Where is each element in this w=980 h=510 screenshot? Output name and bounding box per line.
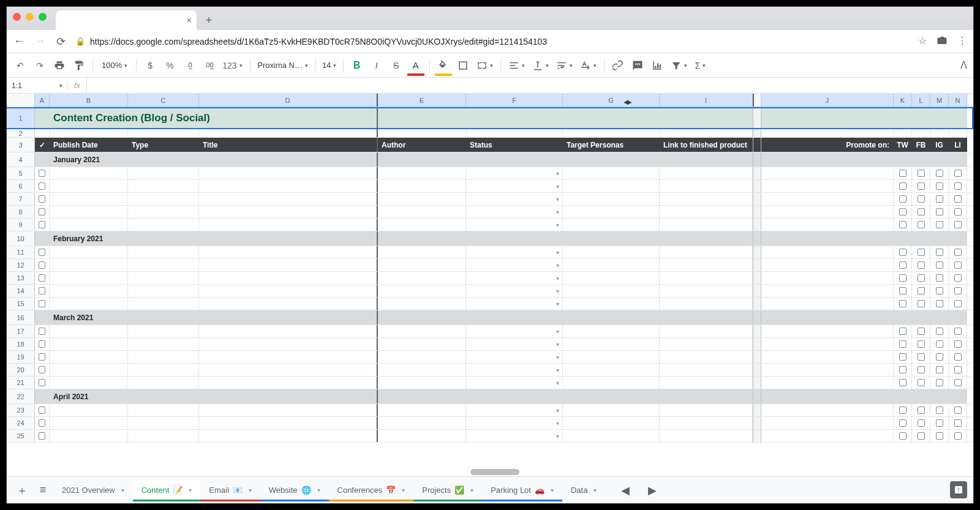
row-header-14[interactable]: 14 (7, 285, 35, 297)
cell[interactable] (35, 129, 50, 137)
cell[interactable] (660, 231, 753, 246)
cell[interactable] (912, 129, 930, 137)
col-header-A[interactable]: A (35, 94, 50, 107)
dropdown-arrow-icon[interactable]: ▾ (556, 380, 559, 386)
row-header-21[interactable]: 21 (7, 377, 35, 389)
row-header-8[interactable]: 8 (7, 206, 35, 218)
row-header-20[interactable]: 20 (7, 364, 35, 376)
checkbox[interactable] (918, 379, 925, 386)
personas-cell[interactable] (563, 364, 660, 376)
done-cell[interactable] (35, 351, 50, 363)
sheet-tab-website[interactable]: Website 🌐 ▾ (260, 480, 329, 501)
cell[interactable] (128, 129, 199, 137)
personas-cell[interactable] (563, 193, 660, 205)
type-cell[interactable] (128, 351, 199, 363)
done-cell[interactable] (35, 180, 50, 192)
checkbox[interactable] (936, 419, 943, 427)
insert-comment-button[interactable] (629, 57, 646, 74)
tw-cell[interactable] (894, 167, 912, 179)
personas-cell[interactable] (563, 285, 660, 297)
insert-link-button[interactable] (609, 57, 627, 74)
checkbox[interactable] (39, 261, 45, 269)
url-field[interactable]: 🔒 https://docs.google.com/spreadsheets/d… (75, 37, 910, 47)
ig-cell[interactable] (930, 206, 949, 218)
col-header-B[interactable]: B (50, 94, 128, 107)
col-header-C[interactable]: C (128, 94, 199, 107)
checkbox[interactable] (954, 328, 962, 335)
dropdown-arrow-icon[interactable]: ▾ (556, 301, 559, 307)
vertical-align-button[interactable] (530, 57, 551, 74)
sheet-tab-2021 overview[interactable]: 2021 Overview ▾ (53, 480, 133, 501)
promote-cell[interactable] (761, 246, 894, 258)
fb-cell[interactable] (912, 377, 930, 389)
col-header-I[interactable]: I (660, 94, 753, 107)
cell[interactable] (128, 231, 199, 246)
checkbox[interactable] (954, 419, 962, 427)
checkbox[interactable] (39, 182, 45, 190)
author-cell[interactable] (377, 417, 466, 429)
li-cell[interactable] (949, 272, 967, 284)
type-cell[interactable] (128, 206, 199, 218)
tw-cell[interactable] (894, 417, 912, 429)
bold-button[interactable]: B (349, 57, 366, 74)
checkbox[interactable] (936, 353, 943, 361)
checkbox[interactable] (899, 195, 907, 203)
publish-cell[interactable] (50, 325, 128, 337)
cell[interactable] (894, 108, 912, 128)
link-cell[interactable] (660, 377, 753, 389)
cell[interactable] (563, 231, 660, 246)
li-cell[interactable] (949, 285, 967, 297)
cell[interactable] (761, 231, 894, 246)
checkbox[interactable] (918, 182, 925, 190)
checkbox[interactable] (39, 170, 45, 177)
tw-cell[interactable] (894, 219, 912, 231)
cell[interactable] (912, 231, 930, 246)
collapse-toolbar-button[interactable]: ᐱ (960, 59, 967, 71)
li-cell[interactable] (949, 219, 967, 231)
tw-cell[interactable] (894, 246, 912, 258)
checkbox[interactable] (936, 287, 943, 294)
forward-button[interactable]: → (34, 35, 46, 48)
checkbox[interactable] (936, 274, 943, 282)
checkbox[interactable] (954, 274, 962, 282)
insert-chart-button[interactable] (649, 57, 666, 74)
publish-cell[interactable] (50, 272, 128, 284)
checkbox[interactable] (918, 366, 925, 373)
promote-cell[interactable] (761, 404, 894, 416)
author-cell[interactable] (377, 272, 466, 284)
li-cell[interactable] (949, 259, 967, 271)
cell[interactable] (894, 310, 912, 324)
ig-cell[interactable] (930, 246, 949, 258)
dropdown-arrow-icon[interactable]: ▾ (556, 328, 559, 335)
cell[interactable] (912, 389, 930, 403)
browser-tab[interactable]: × (56, 10, 197, 30)
ig-cell[interactable] (930, 338, 949, 350)
filter-button[interactable] (668, 57, 690, 74)
decrease-decimal-button[interactable]: .0̲ (181, 57, 198, 74)
cell[interactable] (466, 389, 563, 403)
promote-cell[interactable] (761, 206, 894, 218)
fb-cell[interactable] (912, 417, 930, 429)
cell[interactable] (128, 389, 199, 403)
fb-cell[interactable] (912, 206, 930, 218)
cell[interactable] (660, 389, 753, 403)
checkbox[interactable] (954, 407, 962, 414)
promote-cell[interactable] (761, 272, 894, 284)
link-cell[interactable] (660, 167, 753, 179)
tw-cell[interactable] (894, 206, 912, 218)
link-cell[interactable] (660, 246, 753, 258)
checkbox[interactable] (918, 432, 925, 440)
type-cell[interactable] (128, 167, 199, 179)
checkbox[interactable] (954, 208, 962, 216)
checkbox[interactable] (899, 340, 907, 348)
link-cell[interactable] (660, 219, 753, 231)
sheet-tab-data[interactable]: Data ▾ (562, 480, 605, 501)
author-cell[interactable] (377, 206, 466, 218)
cell[interactable] (912, 310, 930, 324)
publish-cell[interactable] (50, 417, 128, 429)
row-header-5[interactable]: 5 (7, 167, 35, 179)
checkbox[interactable] (899, 287, 907, 294)
row-header-3[interactable]: 3 (7, 138, 35, 152)
checkbox[interactable] (936, 300, 943, 307)
checkbox[interactable] (899, 274, 907, 282)
